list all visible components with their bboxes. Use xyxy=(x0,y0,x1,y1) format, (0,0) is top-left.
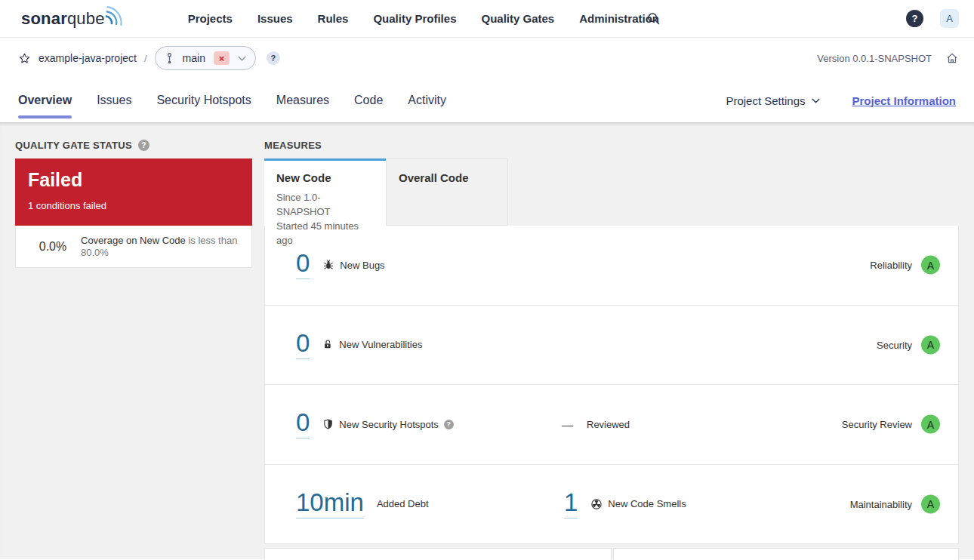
tab-measures[interactable]: Measures xyxy=(276,78,329,122)
branch-help-button[interactable]: ? xyxy=(267,51,280,65)
reliability-rating: Reliability A xyxy=(870,256,940,275)
chevron-down-icon xyxy=(812,98,820,103)
tabbar-right: Project Settings Project Information xyxy=(726,94,956,107)
logo-text: sonarqube xyxy=(21,8,105,30)
nav-item-issues[interactable]: Issues xyxy=(257,12,293,25)
new-code-since: Since 1.0-SNAPSHOT xyxy=(276,190,374,219)
home-icon xyxy=(945,51,959,65)
branch-name: main xyxy=(183,52,205,64)
security-rating: Security A xyxy=(877,335,940,354)
branch-status-badge[interactable]: × xyxy=(214,51,230,65)
project-information-link[interactable]: Project Information xyxy=(852,94,956,107)
nav-item-quality-profiles[interactable]: Quality Profiles xyxy=(373,12,456,25)
close-icon: × xyxy=(219,54,225,63)
hotspots-reviewed-measure: — Reviewed xyxy=(562,418,630,431)
quality-gate-title: QUALITY GATE STATUS xyxy=(15,140,132,151)
failed-condition-row[interactable]: 0.0% Coverage on New Code is less than 8… xyxy=(15,226,252,268)
overall-code-tab-label: Overall Code xyxy=(399,171,495,184)
new-vulnerabilities-label: New Vulnerabilities xyxy=(339,339,422,350)
avatar[interactable]: A xyxy=(940,9,959,28)
duplications-card xyxy=(613,548,959,560)
sonarqube-logo[interactable]: sonarqube xyxy=(21,8,126,30)
nav-item-projects[interactable]: Projects xyxy=(188,12,233,25)
breadcrumb: example-java-project / main × ? xyxy=(15,46,280,70)
tab-activity[interactable]: Activity xyxy=(408,78,446,122)
reviewed-label: Reviewed xyxy=(587,419,630,430)
added-debt-label-group: Added Debt xyxy=(377,498,429,509)
quality-gate-help-button[interactable]: ? xyxy=(138,140,149,151)
coverage-card xyxy=(264,548,612,560)
new-security-hotspots-count-link[interactable]: 0 xyxy=(296,410,310,438)
bug-icon xyxy=(322,259,334,271)
global-navbar: sonarqube Projects Issues Rules Quality … xyxy=(0,0,974,38)
navbar-right: ? A xyxy=(906,9,959,28)
lock-icon xyxy=(322,338,334,351)
tab-new-code[interactable]: New Code Since 1.0-SNAPSHOT Started 45 m… xyxy=(264,158,386,226)
measure-row-maintainability: 10min Added Debt 1 xyxy=(265,464,958,544)
new-code-smells-metric: 1 New Code Smells xyxy=(564,490,686,518)
favorite-button[interactable] xyxy=(18,52,31,65)
project-tabs: Overview Issues Security Hotspots Measur… xyxy=(18,78,446,122)
avatar-letter: A xyxy=(946,13,953,24)
new-bugs-count-link[interactable]: 0 xyxy=(296,251,310,279)
tab-security-hotspots[interactable]: Security Hotspots xyxy=(156,78,251,122)
added-debt-metric: 10min Added Debt xyxy=(296,490,429,518)
tab-overview[interactable]: Overview xyxy=(18,78,72,122)
security-review-rating-badge[interactable]: A xyxy=(921,415,940,434)
project-settings-label: Project Settings xyxy=(726,94,805,107)
hotspots-help-button[interactable]: ? xyxy=(444,420,454,429)
chevron-down-icon xyxy=(238,56,246,61)
question-icon: ? xyxy=(141,141,146,149)
security-review-label: Security Review xyxy=(842,419,912,430)
nav-item-rules[interactable]: Rules xyxy=(318,12,349,25)
maintainability-rating-badge[interactable]: A xyxy=(921,494,940,513)
added-debt-link[interactable]: 10min xyxy=(296,490,364,518)
security-label: Security xyxy=(877,339,912,350)
tab-overall-code[interactable]: Overall Code xyxy=(386,158,508,226)
security-rating-badge[interactable]: A xyxy=(921,335,940,354)
new-vulnerabilities-metric: 0 New Vulnerabilities xyxy=(296,331,422,359)
search-button[interactable] xyxy=(646,11,661,26)
breadcrumb-project-name[interactable]: example-java-project xyxy=(39,52,137,64)
main-nav: Projects Issues Rules Quality Profiles Q… xyxy=(188,12,659,25)
logo-swoosh-icon xyxy=(104,3,127,26)
added-debt-label: Added Debt xyxy=(377,498,429,509)
new-bugs-metric: 0 New Bugs xyxy=(296,251,385,279)
homepage-button[interactable] xyxy=(945,51,959,65)
security-review-rating: Security Review A xyxy=(842,415,940,434)
new-vulnerabilities-count-link[interactable]: 0 xyxy=(296,331,310,359)
project-settings-menu[interactable]: Project Settings xyxy=(726,94,820,107)
reliability-rating-badge[interactable]: A xyxy=(921,256,940,275)
new-code-smells-count-link[interactable]: 1 xyxy=(564,490,578,518)
tab-issues[interactable]: Issues xyxy=(97,78,131,122)
condition-metric: Coverage on New Code xyxy=(81,235,186,246)
question-icon: ? xyxy=(271,54,276,63)
new-security-hotspots-label: New Security Hotspots xyxy=(339,419,439,430)
measure-row-reliability: 0 New Bugs xyxy=(265,226,958,305)
new-code-measures: 0 New Bugs xyxy=(264,226,959,544)
quality-gate-status: Failed xyxy=(28,169,239,190)
reviewed-empty-value: — xyxy=(562,418,573,431)
quality-gate-title-row: QUALITY GATE STATUS ? xyxy=(15,139,252,151)
shield-icon xyxy=(322,418,334,430)
star-icon xyxy=(18,52,31,65)
condition-text: Coverage on New Code is less than 80.0% xyxy=(81,235,251,259)
help-glyph: ? xyxy=(912,13,918,24)
maintainability-label: Maintainability xyxy=(850,498,912,509)
measures-title-row: MEASURES xyxy=(264,139,959,151)
measures-title: MEASURES xyxy=(264,140,322,151)
help-button[interactable]: ? xyxy=(906,10,923,27)
project-tabbar: Overview Issues Security Hotspots Measur… xyxy=(0,78,974,122)
new-code-smells-label-group: New Code Smells xyxy=(590,498,686,510)
project-context-bar: example-java-project / main × ? Version … xyxy=(0,38,974,78)
branch-dropdown-toggle[interactable] xyxy=(238,56,246,61)
new-bugs-label: New Bugs xyxy=(340,260,384,271)
question-icon: ? xyxy=(447,420,452,428)
nav-item-quality-gates[interactable]: Quality Gates xyxy=(481,12,554,25)
branch-selector[interactable]: main × xyxy=(155,46,256,70)
measures-tabs: New Code Since 1.0-SNAPSHOT Started 45 m… xyxy=(264,158,508,226)
context-bar-right: Version 0.0.1-SNAPSHOT xyxy=(817,51,959,65)
new-vulnerabilities-label-group: New Vulnerabilities xyxy=(322,338,422,351)
tab-code[interactable]: Code xyxy=(354,78,383,122)
maintainability-rating: Maintainability A xyxy=(850,494,940,513)
